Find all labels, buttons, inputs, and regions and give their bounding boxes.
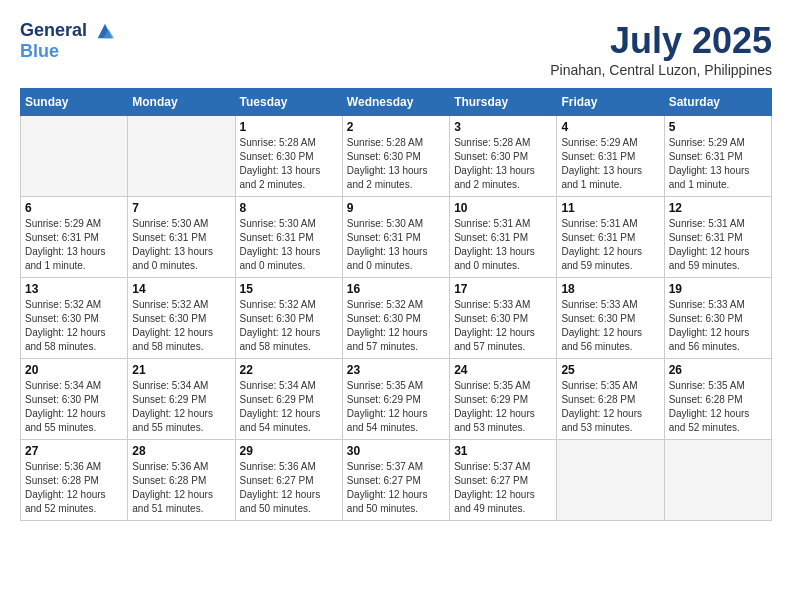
- calendar-cell: 4Sunrise: 5:29 AM Sunset: 6:31 PM Daylig…: [557, 116, 664, 197]
- day-info: Sunrise: 5:30 AM Sunset: 6:31 PM Dayligh…: [132, 217, 230, 273]
- day-info: Sunrise: 5:36 AM Sunset: 6:28 PM Dayligh…: [25, 460, 123, 516]
- calendar-cell: 13Sunrise: 5:32 AM Sunset: 6:30 PM Dayli…: [21, 278, 128, 359]
- logo-blue: Blue: [20, 42, 116, 62]
- day-info: Sunrise: 5:31 AM Sunset: 6:31 PM Dayligh…: [561, 217, 659, 273]
- day-info: Sunrise: 5:31 AM Sunset: 6:31 PM Dayligh…: [669, 217, 767, 273]
- calendar-table: SundayMondayTuesdayWednesdayThursdayFrid…: [20, 88, 772, 521]
- calendar-cell: 27Sunrise: 5:36 AM Sunset: 6:28 PM Dayli…: [21, 440, 128, 521]
- logo: General Blue: [20, 20, 116, 62]
- calendar-cell: 22Sunrise: 5:34 AM Sunset: 6:29 PM Dayli…: [235, 359, 342, 440]
- day-info: Sunrise: 5:29 AM Sunset: 6:31 PM Dayligh…: [561, 136, 659, 192]
- page-header: General Blue July 2025 Pinahan, Central …: [20, 20, 772, 78]
- day-info: Sunrise: 5:28 AM Sunset: 6:30 PM Dayligh…: [454, 136, 552, 192]
- calendar-cell: 23Sunrise: 5:35 AM Sunset: 6:29 PM Dayli…: [342, 359, 449, 440]
- calendar-cell: 5Sunrise: 5:29 AM Sunset: 6:31 PM Daylig…: [664, 116, 771, 197]
- day-info: Sunrise: 5:30 AM Sunset: 6:31 PM Dayligh…: [240, 217, 338, 273]
- day-info: Sunrise: 5:28 AM Sunset: 6:30 PM Dayligh…: [240, 136, 338, 192]
- day-number: 20: [25, 363, 123, 377]
- day-number: 16: [347, 282, 445, 296]
- day-number: 22: [240, 363, 338, 377]
- day-info: Sunrise: 5:33 AM Sunset: 6:30 PM Dayligh…: [561, 298, 659, 354]
- day-number: 12: [669, 201, 767, 215]
- calendar-cell: 21Sunrise: 5:34 AM Sunset: 6:29 PM Dayli…: [128, 359, 235, 440]
- week-row-1: 1Sunrise: 5:28 AM Sunset: 6:30 PM Daylig…: [21, 116, 772, 197]
- calendar-cell: 30Sunrise: 5:37 AM Sunset: 6:27 PM Dayli…: [342, 440, 449, 521]
- calendar-cell: 15Sunrise: 5:32 AM Sunset: 6:30 PM Dayli…: [235, 278, 342, 359]
- week-row-2: 6Sunrise: 5:29 AM Sunset: 6:31 PM Daylig…: [21, 197, 772, 278]
- calendar-cell: 1Sunrise: 5:28 AM Sunset: 6:30 PM Daylig…: [235, 116, 342, 197]
- calendar-cell: 12Sunrise: 5:31 AM Sunset: 6:31 PM Dayli…: [664, 197, 771, 278]
- calendar-cell: 7Sunrise: 5:30 AM Sunset: 6:31 PM Daylig…: [128, 197, 235, 278]
- week-row-4: 20Sunrise: 5:34 AM Sunset: 6:30 PM Dayli…: [21, 359, 772, 440]
- day-number: 10: [454, 201, 552, 215]
- day-number: 1: [240, 120, 338, 134]
- weekday-header-saturday: Saturday: [664, 89, 771, 116]
- day-number: 5: [669, 120, 767, 134]
- day-info: Sunrise: 5:29 AM Sunset: 6:31 PM Dayligh…: [25, 217, 123, 273]
- day-number: 30: [347, 444, 445, 458]
- week-row-3: 13Sunrise: 5:32 AM Sunset: 6:30 PM Dayli…: [21, 278, 772, 359]
- day-number: 23: [347, 363, 445, 377]
- location-label: Pinahan, Central Luzon, Philippines: [550, 62, 772, 78]
- calendar-cell: [21, 116, 128, 197]
- day-number: 11: [561, 201, 659, 215]
- calendar-cell: 24Sunrise: 5:35 AM Sunset: 6:29 PM Dayli…: [450, 359, 557, 440]
- day-info: Sunrise: 5:35 AM Sunset: 6:29 PM Dayligh…: [454, 379, 552, 435]
- calendar-cell: 29Sunrise: 5:36 AM Sunset: 6:27 PM Dayli…: [235, 440, 342, 521]
- day-info: Sunrise: 5:35 AM Sunset: 6:29 PM Dayligh…: [347, 379, 445, 435]
- calendar-cell: 16Sunrise: 5:32 AM Sunset: 6:30 PM Dayli…: [342, 278, 449, 359]
- day-number: 28: [132, 444, 230, 458]
- day-info: Sunrise: 5:32 AM Sunset: 6:30 PM Dayligh…: [132, 298, 230, 354]
- day-number: 27: [25, 444, 123, 458]
- calendar-cell: 3Sunrise: 5:28 AM Sunset: 6:30 PM Daylig…: [450, 116, 557, 197]
- day-number: 4: [561, 120, 659, 134]
- calendar-cell: 26Sunrise: 5:35 AM Sunset: 6:28 PM Dayli…: [664, 359, 771, 440]
- day-number: 31: [454, 444, 552, 458]
- calendar-cell: [664, 440, 771, 521]
- weekday-header-sunday: Sunday: [21, 89, 128, 116]
- day-info: Sunrise: 5:37 AM Sunset: 6:27 PM Dayligh…: [347, 460, 445, 516]
- calendar-cell: 28Sunrise: 5:36 AM Sunset: 6:28 PM Dayli…: [128, 440, 235, 521]
- day-number: 13: [25, 282, 123, 296]
- day-info: Sunrise: 5:37 AM Sunset: 6:27 PM Dayligh…: [454, 460, 552, 516]
- calendar-cell: 2Sunrise: 5:28 AM Sunset: 6:30 PM Daylig…: [342, 116, 449, 197]
- day-number: 6: [25, 201, 123, 215]
- logo-icon: [94, 20, 116, 42]
- title-block: July 2025 Pinahan, Central Luzon, Philip…: [550, 20, 772, 78]
- day-number: 7: [132, 201, 230, 215]
- day-info: Sunrise: 5:28 AM Sunset: 6:30 PM Dayligh…: [347, 136, 445, 192]
- day-number: 19: [669, 282, 767, 296]
- day-number: 29: [240, 444, 338, 458]
- logo-text: General: [20, 20, 116, 42]
- weekday-header-row: SundayMondayTuesdayWednesdayThursdayFrid…: [21, 89, 772, 116]
- calendar-cell: 8Sunrise: 5:30 AM Sunset: 6:31 PM Daylig…: [235, 197, 342, 278]
- weekday-header-thursday: Thursday: [450, 89, 557, 116]
- day-number: 3: [454, 120, 552, 134]
- day-info: Sunrise: 5:29 AM Sunset: 6:31 PM Dayligh…: [669, 136, 767, 192]
- day-info: Sunrise: 5:32 AM Sunset: 6:30 PM Dayligh…: [25, 298, 123, 354]
- day-info: Sunrise: 5:36 AM Sunset: 6:27 PM Dayligh…: [240, 460, 338, 516]
- day-info: Sunrise: 5:33 AM Sunset: 6:30 PM Dayligh…: [454, 298, 552, 354]
- day-info: Sunrise: 5:34 AM Sunset: 6:30 PM Dayligh…: [25, 379, 123, 435]
- day-info: Sunrise: 5:35 AM Sunset: 6:28 PM Dayligh…: [669, 379, 767, 435]
- day-number: 8: [240, 201, 338, 215]
- day-info: Sunrise: 5:34 AM Sunset: 6:29 PM Dayligh…: [240, 379, 338, 435]
- weekday-header-wednesday: Wednesday: [342, 89, 449, 116]
- day-number: 2: [347, 120, 445, 134]
- weekday-header-monday: Monday: [128, 89, 235, 116]
- weekday-header-friday: Friday: [557, 89, 664, 116]
- day-number: 18: [561, 282, 659, 296]
- calendar-cell: 25Sunrise: 5:35 AM Sunset: 6:28 PM Dayli…: [557, 359, 664, 440]
- day-info: Sunrise: 5:35 AM Sunset: 6:28 PM Dayligh…: [561, 379, 659, 435]
- day-number: 17: [454, 282, 552, 296]
- weekday-header-tuesday: Tuesday: [235, 89, 342, 116]
- calendar-cell: 9Sunrise: 5:30 AM Sunset: 6:31 PM Daylig…: [342, 197, 449, 278]
- day-info: Sunrise: 5:34 AM Sunset: 6:29 PM Dayligh…: [132, 379, 230, 435]
- calendar-cell: 6Sunrise: 5:29 AM Sunset: 6:31 PM Daylig…: [21, 197, 128, 278]
- day-number: 14: [132, 282, 230, 296]
- calendar-cell: 31Sunrise: 5:37 AM Sunset: 6:27 PM Dayli…: [450, 440, 557, 521]
- day-info: Sunrise: 5:30 AM Sunset: 6:31 PM Dayligh…: [347, 217, 445, 273]
- day-info: Sunrise: 5:32 AM Sunset: 6:30 PM Dayligh…: [347, 298, 445, 354]
- day-info: Sunrise: 5:36 AM Sunset: 6:28 PM Dayligh…: [132, 460, 230, 516]
- calendar-cell: 18Sunrise: 5:33 AM Sunset: 6:30 PM Dayli…: [557, 278, 664, 359]
